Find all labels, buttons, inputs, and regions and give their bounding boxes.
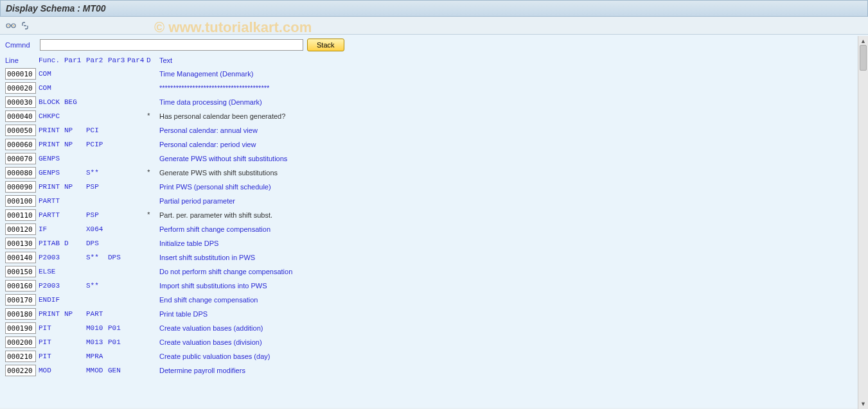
glasses-icon[interactable] (5, 20, 17, 31)
func-cell[interactable]: P2003 (39, 254, 64, 261)
func-cell[interactable]: ENDIF (39, 296, 64, 304)
line-number-input[interactable] (5, 110, 36, 122)
line-number-input[interactable] (5, 294, 36, 306)
line-number-input[interactable] (5, 82, 36, 94)
par2-cell[interactable]: PCI (86, 126, 108, 134)
func-cell[interactable]: PRINT (39, 310, 64, 318)
line-number-input[interactable] (5, 153, 36, 164)
link-icon[interactable] (19, 20, 31, 31)
par2-cell[interactable]: PART (86, 310, 108, 318)
text-cell[interactable]: **************************************** (159, 84, 863, 92)
par1-cell[interactable]: D (64, 239, 86, 247)
command-input[interactable] (40, 39, 303, 51)
par2-cell[interactable]: S** (86, 282, 108, 290)
func-cell[interactable]: PITAB (39, 239, 64, 247)
par2-cell[interactable]: X064 (86, 225, 108, 233)
par2-cell[interactable]: MPRA (86, 352, 108, 360)
line-number-input[interactable] (5, 280, 36, 292)
line-number-input[interactable] (5, 96, 36, 108)
table-row: PARTTPSP*Part. per. parameter with shift… (5, 208, 863, 222)
par3-cell[interactable]: GEN (108, 367, 127, 374)
scroll-up-icon[interactable]: ▲ (860, 37, 867, 45)
func-cell[interactable]: BLOCK (39, 98, 64, 106)
par3-cell[interactable]: DPS (108, 254, 127, 261)
text-cell[interactable]: Initialize table DPS (159, 239, 863, 247)
func-cell[interactable]: PARTT (39, 197, 64, 205)
func-cell[interactable]: PRINT (39, 126, 64, 134)
func-cell[interactable]: GENPS (39, 169, 64, 177)
par2-cell[interactable]: M010 (86, 324, 108, 332)
func-cell[interactable]: MOD (39, 367, 64, 374)
scroll-thumb[interactable] (860, 45, 867, 71)
line-number-input[interactable] (5, 351, 36, 362)
par2-cell[interactable]: S** (86, 169, 108, 177)
text-cell[interactable]: Create valuation bases (division) (159, 338, 863, 346)
text-cell[interactable]: End shift change compensation (159, 296, 863, 304)
par2-cell[interactable]: S** (86, 254, 108, 261)
par2-cell[interactable]: M013 (86, 338, 108, 346)
text-cell[interactable]: Print PWS (personal shift schedule) (159, 183, 863, 191)
line-number-input[interactable] (5, 181, 36, 193)
line-number-input[interactable] (5, 238, 36, 249)
text-cell[interactable]: Personal calendar: period view (159, 141, 863, 148)
par3-cell[interactable]: P01 (108, 324, 127, 332)
line-number-input[interactable] (5, 266, 36, 277)
text-cell[interactable]: Create public valuation bases (day) (159, 352, 863, 360)
par1-cell[interactable]: NP (64, 126, 86, 134)
func-cell[interactable]: COM (39, 84, 64, 92)
line-number-input[interactable] (5, 252, 36, 263)
stack-button[interactable]: Stack (307, 39, 344, 51)
func-cell[interactable]: PARTT (39, 211, 64, 219)
func-cell[interactable]: COM (39, 70, 64, 78)
text-cell[interactable]: Create valuation bases (addition) (159, 324, 863, 332)
line-cell (5, 68, 39, 80)
text-cell[interactable]: Personal calendar: annual view (159, 126, 863, 134)
line-number-input[interactable] (5, 139, 36, 150)
vertical-scrollbar[interactable]: ▲ ▼ (858, 36, 868, 409)
text-cell[interactable]: Insert shift substitution in PWS (159, 254, 863, 261)
par1-cell[interactable]: NP (64, 310, 86, 318)
func-cell[interactable]: ELSE (39, 268, 64, 275)
par3-cell[interactable]: P01 (108, 338, 127, 346)
func-cell[interactable]: PRINT (39, 141, 64, 148)
func-cell[interactable]: GENPS (39, 155, 64, 162)
text-cell[interactable]: Generate PWS without shift substitutions (159, 155, 863, 162)
table-row: P2003S**DPSInsert shift substitution in … (5, 250, 863, 265)
text-cell[interactable]: Import shift substitutions into PWS (159, 282, 863, 290)
func-cell[interactable]: CHKPC (39, 112, 64, 120)
scroll-track[interactable] (858, 45, 868, 400)
func-cell[interactable]: P2003 (39, 282, 64, 290)
text-cell[interactable]: Print table DPS (159, 310, 863, 318)
scroll-down-icon[interactable]: ▼ (860, 400, 867, 408)
line-number-input[interactable] (5, 322, 36, 334)
func-cell[interactable]: PIT (39, 338, 64, 346)
line-number-input[interactable] (5, 223, 36, 235)
text-cell[interactable]: Partial period parameter (159, 197, 863, 205)
line-number-input[interactable] (5, 195, 36, 207)
line-number-input[interactable] (5, 68, 36, 80)
func-cell[interactable]: PIT (39, 352, 64, 360)
par1-cell[interactable]: BEG (64, 98, 86, 106)
par2-cell[interactable]: MMOD (86, 367, 108, 374)
par2-cell[interactable]: PSP (86, 183, 108, 191)
par2-cell[interactable]: PCIP (86, 141, 108, 148)
text-cell[interactable]: Determine payroll modifiers (159, 367, 863, 374)
line-number-input[interactable] (5, 125, 36, 136)
text-cell[interactable]: Time Management (Denmark) (159, 70, 863, 78)
func-cell[interactable]: IF (39, 225, 64, 233)
line-number-input[interactable] (5, 308, 36, 320)
text-cell[interactable]: Perform shift change compensation (159, 225, 863, 233)
text-cell[interactable]: Do not perform shift change compensation (159, 268, 863, 275)
par1-cell[interactable]: NP (64, 183, 86, 191)
func-cell[interactable]: PRINT (39, 183, 64, 191)
par1-cell[interactable]: NP (64, 141, 86, 148)
text-cell[interactable]: Time data processing (Denmark) (159, 98, 863, 106)
line-number-input[interactable] (5, 167, 36, 178)
func-cell[interactable]: PIT (39, 324, 64, 332)
line-number-input[interactable] (5, 209, 36, 221)
line-number-input[interactable] (5, 336, 36, 348)
line-number-input[interactable] (5, 365, 36, 376)
header-par1: Par1 (64, 57, 86, 64)
par2-cell[interactable]: PSP (86, 211, 108, 219)
par2-cell[interactable]: DPS (86, 239, 108, 247)
